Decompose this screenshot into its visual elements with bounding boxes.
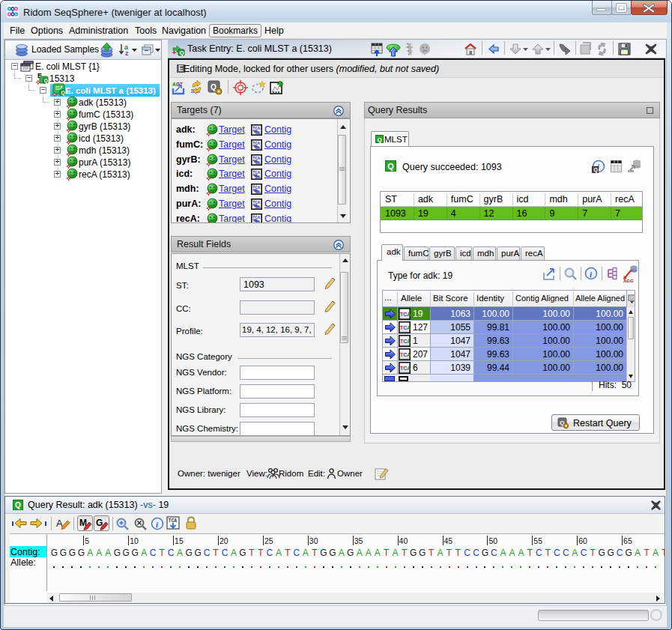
svg-text:TCA: TCA bbox=[169, 518, 178, 524]
svg-text:Q: Q bbox=[211, 83, 217, 91]
svg-text:z: z bbox=[125, 49, 129, 57]
svg-text:AGG: AGG bbox=[623, 279, 634, 283]
svg-text:TCA: TCA bbox=[400, 325, 411, 330]
svg-text:TCA: TCA bbox=[252, 185, 261, 190]
svg-text:TCA: TCA bbox=[252, 140, 261, 145]
svg-text:TCA: TCA bbox=[400, 366, 411, 371]
svg-text:Q: Q bbox=[180, 49, 184, 56]
svg-text:Q: Q bbox=[594, 167, 599, 173]
svg-text:TCA: TCA bbox=[252, 214, 261, 219]
svg-text:TCA: TCA bbox=[252, 126, 261, 131]
svg-text:Q: Q bbox=[44, 78, 48, 84]
svg-text:TCA: TCA bbox=[400, 312, 411, 317]
svg-text:TCA: TCA bbox=[400, 352, 411, 357]
svg-text:TCA: TCA bbox=[400, 339, 411, 344]
svg-text:TCA: TCA bbox=[252, 200, 261, 205]
svg-text:TCA: TCA bbox=[252, 155, 261, 160]
svg-text:TCA: TCA bbox=[252, 170, 261, 175]
